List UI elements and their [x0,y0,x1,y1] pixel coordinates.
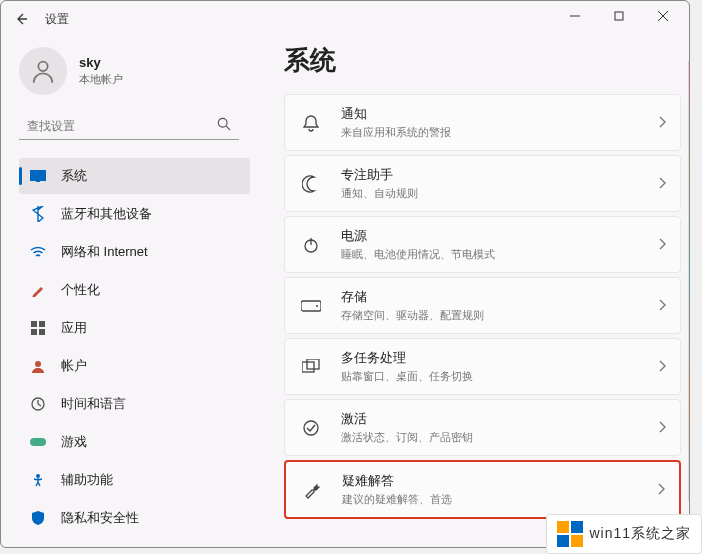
card-focus-assist[interactable]: 专注助手通知、自动规则 [284,155,681,212]
close-button[interactable] [641,1,685,31]
sidebar-item-bluetooth[interactable]: 蓝牙和其他设备 [19,196,250,232]
sidebar-item-label: 应用 [61,319,87,337]
card-subtitle: 通知、自动规则 [341,186,658,201]
apps-icon [29,319,47,337]
sidebar-item-label: 帐户 [61,357,87,375]
sidebar-item-label: 游戏 [61,433,87,451]
card-power[interactable]: 电源睡眠、电池使用情况、节电模式 [284,216,681,273]
brand-bar: win11系统之家 [546,514,702,554]
user-name: sky [79,55,123,70]
privacy-icon [29,509,47,527]
window-title: 设置 [45,11,69,28]
card-activation[interactable]: 激活激活状态、订阅、产品密钥 [284,399,681,456]
svg-rect-25 [571,521,583,533]
svg-point-13 [35,361,41,367]
sidebar-item-network[interactable]: 网络和 Internet [19,234,250,270]
maximize-icon [614,11,624,21]
svg-point-5 [218,118,227,127]
gaming-icon [29,433,47,451]
sidebar-item-system[interactable]: 系统 [19,158,250,194]
sidebar-item-label: 网络和 Internet [61,243,148,261]
chevron-right-icon [658,297,666,315]
svg-rect-12 [39,329,45,335]
troubleshoot-icon [300,478,324,502]
search-box[interactable] [19,113,239,140]
svg-point-20 [316,305,318,307]
card-subtitle: 建议的疑难解答、首选 [342,492,657,507]
multitask-icon [299,355,323,379]
chevron-right-icon [658,419,666,437]
sidebar-item-update[interactable]: Windows 更新 [19,538,250,548]
card-title: 激活 [341,410,658,428]
card-title: 电源 [341,227,658,245]
card-troubleshoot[interactable]: 疑难解答建议的疑难解答、首选 [284,460,681,519]
chevron-right-icon [657,481,665,499]
card-storage[interactable]: 存储存储空间、驱动器、配置规则 [284,277,681,334]
avatar [19,47,67,95]
card-subtitle: 来自应用和系统的警报 [341,125,658,140]
nav: 系统 蓝牙和其他设备 网络和 Internet 个性化 应用 [19,158,250,548]
storage-icon [299,294,323,318]
svg-point-16 [36,474,40,478]
accessibility-icon [29,471,47,489]
maximize-button[interactable] [597,1,641,31]
svg-rect-9 [31,321,37,327]
bluetooth-icon [29,205,47,223]
moon-icon [299,172,323,196]
sidebar-item-account[interactable]: 帐户 [19,348,250,384]
close-icon [658,11,668,21]
sidebar-item-gaming[interactable]: 游戏 [19,424,250,460]
svg-point-23 [304,421,318,435]
sidebar-item-accessibility[interactable]: 辅助功能 [19,462,250,498]
sidebar-item-time[interactable]: 时间和语言 [19,386,250,422]
card-title: 通知 [341,105,658,123]
minimize-button[interactable] [553,1,597,31]
side-strip [688,61,690,501]
system-icon [29,167,47,185]
card-title: 多任务处理 [341,349,658,367]
chevron-right-icon [658,236,666,254]
svg-rect-7 [30,170,46,181]
avatar-icon [29,57,57,85]
card-title: 专注助手 [341,166,658,184]
card-subtitle: 睡眠、电池使用情况、节电模式 [341,247,658,262]
sidebar-item-label: Windows 更新 [61,547,143,548]
card-notifications[interactable]: 通知来自应用和系统的警报 [284,94,681,151]
brand-logo-icon [557,521,583,547]
card-multitask[interactable]: 多任务处理贴靠窗口、桌面、任务切换 [284,338,681,395]
sidebar-item-label: 系统 [61,167,87,185]
sidebar-item-label: 个性化 [61,281,100,299]
svg-rect-22 [307,359,319,369]
back-button[interactable] [9,7,33,31]
back-arrow-icon [14,12,28,26]
user-profile[interactable]: sky 本地帐户 [19,47,250,95]
svg-line-6 [226,126,230,130]
sidebar-item-label: 蓝牙和其他设备 [61,205,152,223]
user-type: 本地帐户 [79,72,123,87]
chevron-right-icon [658,358,666,376]
card-subtitle: 贴靠窗口、桌面、任务切换 [341,369,658,384]
account-icon [29,357,47,375]
brand-text: win11系统之家 [589,525,691,543]
card-subtitle: 激活状态、订阅、产品密钥 [341,430,658,445]
svg-rect-24 [557,521,569,533]
svg-rect-15 [30,438,46,446]
search-input[interactable] [27,119,217,133]
sidebar-item-label: 时间和语言 [61,395,126,413]
sidebar-item-label: 隐私和安全性 [61,509,139,527]
svg-rect-1 [615,12,623,20]
minimize-icon [570,11,580,21]
sidebar-item-privacy[interactable]: 隐私和安全性 [19,500,250,536]
bell-icon [299,111,323,135]
sidebar-item-apps[interactable]: 应用 [19,310,250,346]
time-icon [29,395,47,413]
search-icon [217,117,231,135]
chevron-right-icon [658,175,666,193]
wifi-icon [29,243,47,261]
power-icon [299,233,323,257]
sidebar-item-personalize[interactable]: 个性化 [19,272,250,308]
svg-rect-26 [557,535,569,547]
card-list: 通知来自应用和系统的警报 专注助手通知、自动规则 电源睡眠、电池使用情况、节电模… [284,94,681,519]
card-title: 疑难解答 [342,472,657,490]
activation-icon [299,416,323,440]
